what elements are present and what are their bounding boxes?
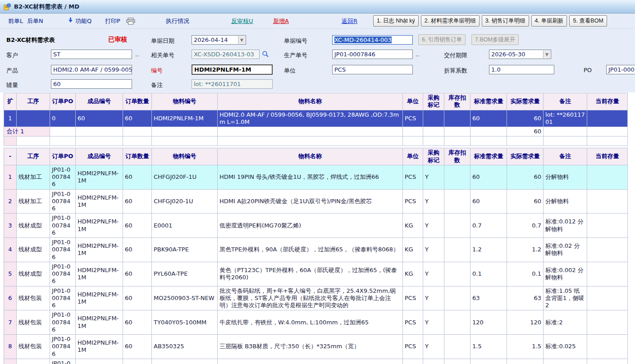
cell-purchase_mark[interactable]: Y <box>423 189 444 214</box>
remark-input[interactable]: lot: **26011701 <box>192 79 273 89</box>
cell-current_stock[interactable] <box>587 165 628 189</box>
cell-remark[interactable]: 分解物料 <box>544 165 587 189</box>
table-row[interactable]: 3线材成型JP01-0007846HDMI2PNLFM-1M60E0001低密度… <box>4 214 628 238</box>
bom-expand-button[interactable]: 7.BOM多级展开 <box>471 34 519 45</box>
customer-input[interactable]: ST <box>51 50 132 59</box>
cell-order_po[interactable]: JP01-0007846 <box>50 310 76 335</box>
row-number[interactable]: 8 <box>4 335 17 359</box>
cell-order_qty[interactable]: 60 <box>123 262 152 286</box>
cell-material_name[interactable]: 低密度透明PE料(MG70聚乙烯) <box>218 214 403 238</box>
cell-unit[interactable]: PCS <box>403 310 423 335</box>
delivery-date-input[interactable]: 2026-05-30 ▼ <box>489 50 551 59</box>
cell-process[interactable]: 线材成型 <box>17 238 50 262</box>
customer-lookup-button[interactable]: .. <box>135 51 140 58</box>
cell-purchase_mark[interactable] <box>423 110 444 127</box>
row-number[interactable]: 9 <box>4 359 17 364</box>
cell-current_stock[interactable] <box>587 335 628 359</box>
delivery-date-dropdown-icon[interactable]: ▼ <box>543 50 550 58</box>
aux-qty-input[interactable]: 60 <box>51 79 132 89</box>
doc-date-dropdown-icon[interactable]: ▼ <box>238 36 245 44</box>
cell-material_code[interactable]: AB350325 <box>152 335 218 359</box>
table-row[interactable]: 8线材包装JP01-0007846HDMI2PNLFM-1M60AB350325… <box>4 335 628 359</box>
cell-stock_deduct[interactable] <box>444 214 471 238</box>
prev-doc-button[interactable]: 前单L <box>8 17 23 25</box>
cell-purchase_mark[interactable]: Y <box>423 286 444 310</box>
next-doc-button[interactable]: 后单N <box>27 17 43 25</box>
cell-order_qty[interactable]: 60 <box>123 189 152 214</box>
cell-process[interactable] <box>17 110 50 127</box>
cell-material_code[interactable]: PBK90A-TPE <box>152 238 218 262</box>
cell-process[interactable]: 线材加工 <box>17 165 50 189</box>
function-menu[interactable]: 功能Q <box>75 17 91 25</box>
doc-no-input[interactable]: XC-MD-260414-003 <box>332 35 413 45</box>
cell-stock_deduct[interactable] <box>444 110 471 127</box>
cell-order_qty[interactable]: 60 <box>123 110 152 127</box>
cell-remark[interactable]: 标准:1.05 纸盒背面1，侧唛2 <box>544 286 587 310</box>
table-row[interactable]: 1线材加工JP01-0007846HDMI2PNLFM-1M60CHFGJ020… <box>4 165 628 189</box>
cell-material_name[interactable]: 黄色（PT123C）TPE外模料，60A（邵氏硬度），过加洲65，(骏泰料号20… <box>218 262 403 286</box>
cell-purchase_mark[interactable]: Y <box>423 335 444 359</box>
cell-order_po[interactable]: JP01-0007846 <box>50 238 76 262</box>
cell-order_qty[interactable]: 60 <box>123 310 152 335</box>
cell-process[interactable]: 线材成型 <box>17 214 50 238</box>
cell-order_po[interactable]: 0 <box>50 110 76 127</box>
cell-actual_qty[interactable]: 1.2 <box>507 238 544 262</box>
cell-material_name[interactable]: B3B材质，三层空白内箱，尺寸: 355X330X360mm <box>218 359 403 364</box>
cell-remark[interactable]: 标准:0.002 分解物料 <box>544 262 587 286</box>
header-collapse-toggle[interactable]: - <box>4 148 17 165</box>
cell-product_code[interactable]: HDMI2PNLFM-1M <box>76 214 123 238</box>
cell-std_qty[interactable]: 60 <box>471 165 507 189</box>
cell-material_name[interactable]: HDMI2.0 AM-AF / 0599-0056, BJ0599-0173, … <box>218 110 403 127</box>
cell-stock_deduct[interactable] <box>444 189 471 214</box>
cell-product_code[interactable]: HDMI2PNLFM-1M <box>76 335 123 359</box>
cell-current_stock[interactable] <box>587 310 628 335</box>
cell-order_qty[interactable]: 60 <box>123 335 152 359</box>
cell-order_po[interactable]: JP01-0007846 <box>50 165 76 189</box>
row-number[interactable]: 2 <box>4 189 17 214</box>
cell-product_code[interactable]: HDMI2PNLFM-1M <box>76 165 123 189</box>
cell-unit[interactable]: PCS <box>403 189 423 214</box>
cell-stock_deduct[interactable] <box>444 310 471 335</box>
related-no-input[interactable]: XC-XSDD-260413-03 <box>192 50 260 59</box>
cell-process[interactable]: 线材成型 <box>17 262 50 286</box>
cell-std_qty[interactable]: 63 <box>471 286 507 310</box>
cell-remark[interactable]: lot: **26011701 <box>544 110 587 127</box>
cell-material_code[interactable]: AB355330360 <box>152 359 218 364</box>
cell-std_qty[interactable]: 1.5 <box>471 359 507 364</box>
cell-order_po[interactable]: JP01-0007846 <box>50 335 76 359</box>
cell-stock_deduct[interactable] <box>444 335 471 359</box>
cell-purchase_mark[interactable]: Y <box>423 238 444 262</box>
cell-material_code[interactable]: PYL60A-TPE <box>152 262 218 286</box>
cell-actual_qty[interactable]: 1.5 <box>507 359 544 364</box>
cell-material_code[interactable]: CHFGJ020F-1U <box>152 165 218 189</box>
cell-unit[interactable]: PCS <box>403 335 423 359</box>
code-input[interactable]: HDMI2PNLFM-1M <box>192 64 273 75</box>
cell-unit[interactable]: KG <box>403 214 423 238</box>
cell-material_code[interactable]: TY040Y05-100MM <box>152 310 218 335</box>
cell-current_stock[interactable] <box>587 262 628 286</box>
cell-stock_deduct[interactable] <box>444 238 471 262</box>
cell-product_code[interactable]: HDMI2PNLFM-1M <box>76 238 123 262</box>
print-button[interactable]: 打印P <box>105 17 120 25</box>
product-input[interactable]: HDMI2.0 AM-AF / 0599-0056, BJ0599-0173, … <box>51 65 132 74</box>
cell-current_stock[interactable] <box>587 286 628 310</box>
cell-material_name[interactable]: HDMI 19PIN 母头/铁壳镀金1U，黑胶芯，焊线式，过加洲66 <box>218 165 403 189</box>
row-number[interactable]: 7 <box>4 310 17 335</box>
cell-stock_deduct[interactable] <box>444 165 471 189</box>
row-number[interactable]: 5 <box>4 262 17 286</box>
cell-stock_deduct[interactable] <box>444 286 471 310</box>
cell-order_qty[interactable]: 60 <box>123 286 152 310</box>
row-number[interactable]: 4 <box>4 238 17 262</box>
row-number[interactable]: 6 <box>4 286 17 310</box>
cell-stock_deduct[interactable] <box>444 359 471 364</box>
add-button[interactable]: 新增A <box>273 17 289 25</box>
cell-remark[interactable]: 标准:2 <box>544 310 587 335</box>
cell-current_stock[interactable] <box>587 110 628 127</box>
cell-product_code[interactable]: HDMI2PNLFM-1M <box>76 286 123 310</box>
cell-material_code[interactable]: E0001 <box>152 214 218 238</box>
cell-purchase_mark[interactable]: Y <box>423 165 444 189</box>
cell-std_qty[interactable]: 60 <box>471 189 507 214</box>
cell-purchase_mark[interactable]: Y <box>423 310 444 335</box>
printer-icon[interactable] <box>126 18 135 26</box>
cell-product_code[interactable]: HDMI2PNLFM-1M <box>76 262 123 286</box>
